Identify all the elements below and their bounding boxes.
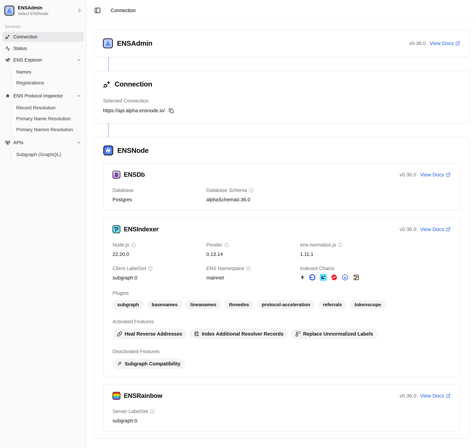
view-docs-label: View Docs	[420, 393, 444, 399]
external-link-icon	[446, 227, 451, 232]
sidebar-item-connection[interactable]: Connection	[2, 32, 84, 42]
ensrainbow-card: ENSRainbow v0.36.0 View Docs	[103, 384, 460, 431]
radio-tower-icon	[5, 140, 10, 145]
ensdb-header-left: ENSDb	[113, 171, 145, 179]
sidebar-item-label: Subgraph (GraphQL)	[16, 152, 61, 157]
chevron-down-icon	[77, 58, 81, 62]
field-label: ens-normalize.js	[300, 242, 336, 248]
sidebar-item-registrations[interactable]: Registrations	[11, 77, 84, 88]
ensindexer-header-left: ENSIndexer	[113, 225, 159, 233]
field-label: Ponder	[206, 242, 222, 248]
ensindexer-fields: Node.js 22.20.0 Ponder 0.13.14	[113, 242, 451, 281]
ethereum-chain-icon[interactable]	[300, 274, 305, 281]
sidebar-item-primary-names-resolution[interactable]: Primary Names Resolution	[11, 124, 84, 135]
info-icon[interactable]	[150, 409, 154, 414]
ensadmin-card-logo	[103, 38, 113, 48]
sidebar-item-label: Primary Names Resolution	[16, 127, 73, 132]
linea-chain-icon[interactable]	[320, 274, 327, 281]
field-client-labelset: Client LabelSet subgraph:0	[113, 266, 206, 281]
plug-zap-icon	[5, 34, 10, 39]
info-icon[interactable]	[338, 243, 342, 247]
sidebar-item-subgraph-graphql[interactable]: Subgraph (GraphQL)	[11, 149, 84, 160]
sidebar-item-apis[interactable]: APIs	[2, 138, 84, 148]
field-server-labelset: Server LabelSet subgraph:0	[113, 409, 206, 424]
version-badge: v0.36.0	[409, 40, 426, 46]
field-database-schema: Database Schema alphaSchema0.36.0	[206, 188, 300, 202]
sidebar-item-ens-protocol-inspector[interactable]: ENS Protocol Inspector	[2, 91, 84, 101]
field-label: Database Schema	[206, 188, 247, 193]
sidebar: ENSAdmin Select ENSNode Services Connect…	[0, 0, 86, 448]
field-nodejs: Node.js 22.20.0	[113, 242, 206, 257]
info-icon[interactable]	[246, 266, 251, 271]
sidebar-item-label: ENS Protocol Inspector	[13, 93, 74, 99]
field-indexed-chains: Indexed Chains	[300, 266, 451, 281]
sidebar-item-names[interactable]: Names	[11, 67, 84, 77]
field-label: Indexed Chains	[300, 266, 334, 271]
sidebar-item-record-resolution[interactable]: Record Resolution	[11, 102, 84, 113]
field-label: Client LabelSet	[113, 266, 146, 271]
view-docs-link[interactable]: View Docs	[430, 40, 460, 46]
field-value: subgraph:0	[113, 275, 206, 281]
ensrainbow-header: ENSRainbow v0.36.0 View Docs	[113, 392, 451, 400]
ensadmin-logo	[5, 6, 14, 16]
version-badge: v0.36.0	[399, 393, 416, 399]
sidebar-item-label: Primary Name Resolution	[16, 116, 71, 121]
pill-capsule-icon	[117, 331, 122, 337]
info-icon[interactable]	[224, 243, 229, 247]
ensindexer-card: ENSIndexer v0.36.0 View Docs	[103, 218, 460, 377]
scroll-chain-icon[interactable]	[352, 274, 359, 281]
feature-pill-index-additional-resolver-records: Index Additional Resolver Records	[190, 329, 288, 339]
app-root: ENSAdmin Select ENSNode Services Connect…	[0, 0, 476, 448]
sidebar-toggle-icon[interactable]	[94, 7, 101, 14]
deactivated-features-row: Subgraph Compatibility	[113, 358, 451, 369]
view-docs-link[interactable]: View Docs	[420, 226, 451, 232]
connection-url-row: https://api.alpha.ensnode.io/	[103, 108, 460, 114]
plugin-pill: tokenscope	[350, 300, 386, 309]
plugin-pill: lineanames	[186, 300, 221, 309]
ensdb-fields: Database Postgres Database Schema alphaS…	[113, 188, 451, 202]
ensindexer-header: ENSIndexer v0.36.0 View Docs	[113, 225, 451, 233]
view-docs-label: View Docs	[420, 172, 444, 178]
selected-connection-label: Selected Connection	[103, 98, 460, 104]
ens-explorer-children: Names Registrations	[10, 67, 84, 88]
sidebar-item-status[interactable]: Status	[2, 43, 84, 54]
ensadmin-card-header: ENSAdmin	[103, 38, 153, 48]
apis-children: Subgraph (GraphQL)	[10, 149, 84, 160]
version-badge: v0.36.0	[399, 172, 416, 178]
sidebar-item-label: Registrations	[16, 80, 44, 86]
version-badge: v0.36.0	[399, 226, 416, 232]
sidebar-item-label: Names	[16, 69, 31, 75]
base-chain-icon[interactable]	[309, 274, 316, 281]
ensindexer-meta: v0.36.0 View Docs	[399, 226, 451, 232]
graph-icon	[117, 361, 122, 367]
plugins-label: Plugins	[113, 290, 451, 296]
replace-icon	[295, 331, 301, 337]
field-value: mainnet	[206, 275, 300, 281]
ensrainbow-fields: Server LabelSet subgraph:0	[113, 409, 451, 424]
view-docs-link[interactable]: View Docs	[420, 172, 451, 178]
plugin-pill: threedns	[224, 300, 254, 309]
plugins-row: subgraph basenames lineanames threedns p…	[113, 300, 451, 309]
field-ens-normalize: ens-normalize.js 1.11.1	[300, 242, 451, 257]
threedns-chain-icon[interactable]	[331, 274, 338, 281]
ensrainbow-meta: v0.36.0 View Docs	[399, 393, 451, 399]
field-value: 0.13.14	[206, 252, 300, 257]
ens-mark-icon	[5, 93, 10, 98]
feature-label: Index Additional Resolver Records	[202, 331, 283, 337]
copy-icon[interactable]	[169, 108, 174, 113]
sidebar-item-primary-name-resolution[interactable]: Primary Name Resolution	[11, 113, 84, 124]
sidebar-item-ens-explorer[interactable]: ENS Explorer	[2, 55, 84, 65]
ensnode-selector[interactable]: ENSAdmin Select ENSNode	[2, 3, 84, 18]
info-icon[interactable]	[131, 243, 136, 247]
main-area: Connection ENSAdmin v0.36.0 View Docs	[86, 0, 476, 448]
arbitrum-chain-icon[interactable]	[342, 274, 348, 281]
view-docs-link[interactable]: View Docs	[420, 393, 451, 399]
ensindexer-title: ENSIndexer	[124, 226, 159, 233]
topbar: Connection	[86, 0, 476, 21]
info-icon[interactable]	[249, 188, 254, 193]
plugin-pill: basenames	[147, 300, 183, 309]
info-icon[interactable]	[148, 266, 153, 271]
view-docs-label: View Docs	[430, 40, 454, 46]
connection-card-title: Connection	[114, 80, 152, 88]
chevrons-up-down-icon	[77, 8, 82, 13]
